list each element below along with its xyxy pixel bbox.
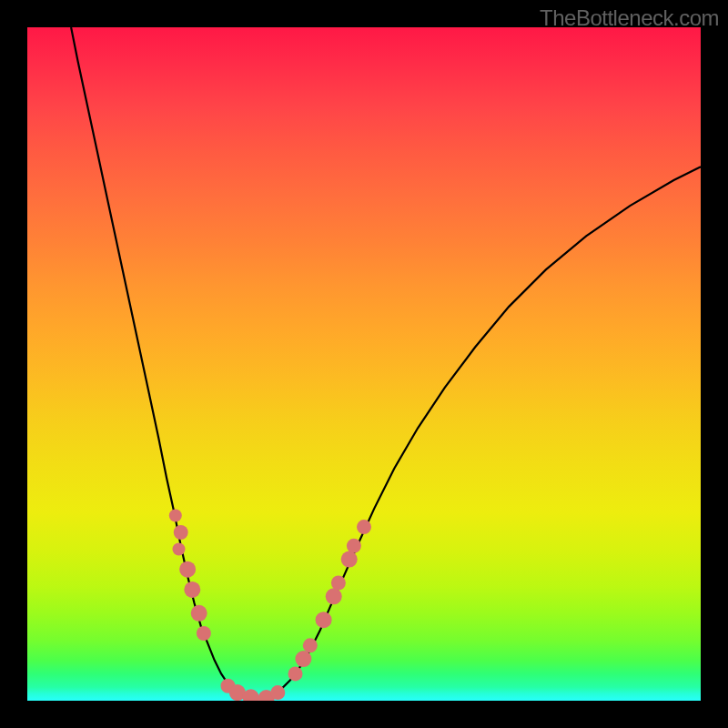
data-point	[174, 525, 188, 540]
bottleneck-curve	[71, 27, 701, 699]
data-point	[184, 581, 200, 598]
data-point	[173, 543, 186, 556]
data-point	[357, 520, 371, 534]
data-point	[347, 539, 361, 553]
data-points	[169, 510, 371, 702]
chart-container: TheBottleneck.com	[0, 0, 728, 728]
data-point	[191, 605, 207, 622]
data-point	[288, 666, 303, 681]
data-point	[303, 638, 318, 652]
data-point	[179, 561, 196, 578]
watermark-text: TheBottleneck.com	[540, 5, 719, 31]
data-point	[341, 551, 358, 568]
data-point	[316, 612, 332, 628]
data-point	[331, 576, 346, 591]
data-point	[326, 588, 342, 604]
curve-overlay	[27, 27, 701, 701]
data-point	[169, 510, 182, 522]
data-point	[197, 626, 211, 641]
data-point	[295, 651, 311, 667]
data-point	[270, 685, 285, 700]
